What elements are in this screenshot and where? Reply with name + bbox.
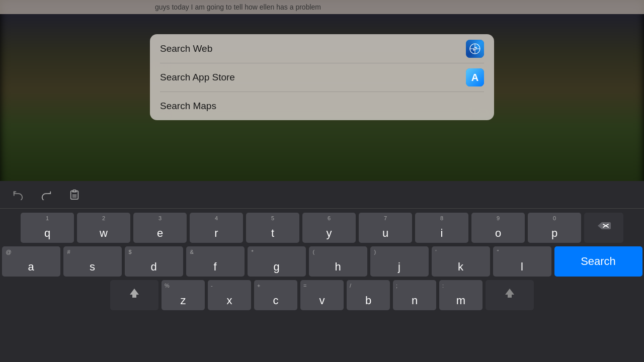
suggestions-panel: Search Web Search App Store bbox=[150, 34, 494, 120]
key-q[interactable]: 1 q bbox=[21, 213, 74, 243]
top-text-strip: guys today I am going to tell how ellen … bbox=[0, 0, 644, 14]
key-b[interactable]: / b bbox=[347, 280, 390, 310]
svg-point-3 bbox=[474, 48, 476, 49]
key-x[interactable]: - x bbox=[208, 280, 251, 310]
appstore-icon: A bbox=[466, 68, 484, 86]
key-w[interactable]: 2 w bbox=[77, 213, 130, 243]
suggestion-search-web[interactable]: Search Web bbox=[150, 34, 494, 63]
key-backspace[interactable] bbox=[584, 213, 623, 243]
key-d[interactable]: $ d bbox=[125, 246, 183, 277]
key-row-2: @ a # s $ d & f * g ( h bbox=[2, 246, 642, 277]
key-row-3: % z - x + c = v / b ; n bbox=[2, 280, 642, 310]
key-o[interactable]: 9 o bbox=[471, 213, 525, 243]
key-g[interactable]: * g bbox=[248, 246, 306, 277]
key-s[interactable]: # s bbox=[63, 246, 122, 277]
key-u[interactable]: 7 u bbox=[359, 213, 412, 243]
top-text-content: guys today I am going to tell how ellen … bbox=[155, 3, 321, 11]
key-m[interactable]: : m bbox=[439, 280, 482, 310]
clipboard-button[interactable] bbox=[65, 186, 84, 204]
key-k[interactable]: ' k bbox=[432, 246, 490, 277]
suggestion-search-maps[interactable]: Search Maps bbox=[150, 92, 494, 120]
key-z[interactable]: % z bbox=[162, 280, 205, 310]
keyboard-area: 1 q 2 w 3 e 4 r 5 t 6 y bbox=[0, 181, 644, 362]
key-a[interactable]: @ a bbox=[2, 246, 60, 277]
key-j[interactable]: ) j bbox=[370, 246, 429, 277]
key-e[interactable]: 3 e bbox=[133, 213, 187, 243]
key-f[interactable]: & f bbox=[186, 246, 245, 277]
key-r[interactable]: 4 r bbox=[190, 213, 243, 243]
suggestion-search-appstore[interactable]: Search App Store A bbox=[150, 63, 494, 92]
key-t[interactable]: 5 t bbox=[246, 213, 299, 243]
keyboard-toolbar bbox=[0, 181, 644, 209]
key-shift-right[interactable] bbox=[486, 280, 534, 310]
redo-button[interactable] bbox=[37, 186, 55, 204]
suggestion-web-label: Search Web bbox=[160, 43, 212, 54]
search-key-button[interactable]: Search bbox=[554, 246, 642, 277]
key-c[interactable]: + c bbox=[254, 280, 297, 310]
search-key-label: Search bbox=[581, 255, 616, 268]
key-shift-left[interactable] bbox=[110, 280, 158, 310]
svg-text:A: A bbox=[471, 72, 478, 83]
key-i[interactable]: 8 i bbox=[415, 213, 468, 243]
key-n[interactable]: ; n bbox=[393, 280, 436, 310]
key-row-1: 1 q 2 w 3 e 4 r 5 t 6 y bbox=[2, 213, 642, 243]
suggestion-maps-label: Search Maps bbox=[160, 101, 216, 112]
key-v[interactable]: = v bbox=[300, 280, 344, 310]
safari-icon bbox=[466, 40, 484, 58]
svg-rect-7 bbox=[72, 192, 76, 193]
key-l[interactable]: " l bbox=[493, 246, 551, 277]
suggestion-appstore-label: Search App Store bbox=[160, 72, 235, 83]
key-y[interactable]: 6 y bbox=[302, 213, 356, 243]
key-h[interactable]: ( h bbox=[309, 246, 367, 277]
keys-container: 1 q 2 w 3 e 4 r 5 t 6 y bbox=[0, 209, 644, 312]
key-p[interactable]: 0 p bbox=[528, 213, 581, 243]
undo-button[interactable] bbox=[9, 186, 27, 204]
